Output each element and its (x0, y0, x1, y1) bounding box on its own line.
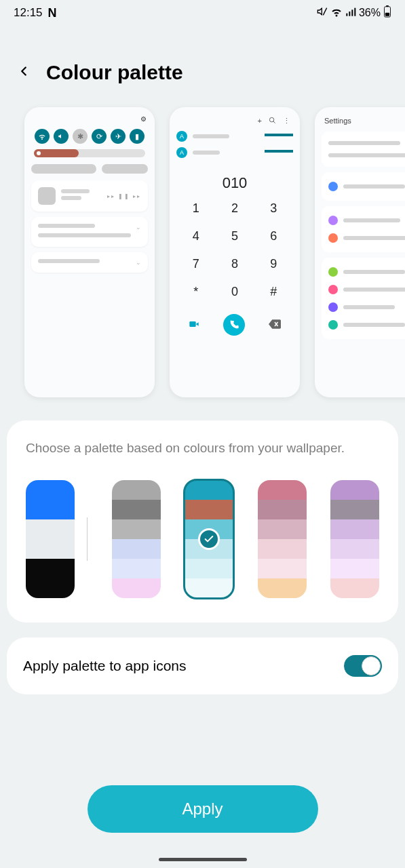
contact-row: A (176, 131, 293, 142)
icon-palette-toggle[interactable] (344, 655, 382, 677)
airplane-toggle-icon: ✈ (111, 129, 126, 144)
notification-card: ⌄ (31, 217, 148, 247)
wifi-toggle-icon (35, 129, 50, 144)
settings-item-icon (328, 182, 338, 191)
more-icon: ⋮ (283, 117, 290, 125)
palette-option[interactable] (185, 480, 233, 598)
brightness-slider (34, 149, 145, 157)
apply-button-label: Apply (182, 800, 223, 818)
dial-key: 5 (215, 229, 254, 243)
dial-key: # (254, 285, 293, 299)
status-bar: 12:15 N 36% (0, 0, 405, 23)
svg-marker-11 (195, 322, 198, 326)
dial-key: 2 (215, 201, 254, 216)
preview-quick-settings[interactable]: ⚙ ✱ ⟳ ✈ ▮ ▸▸ ❚❚ ▸▸ ⌄ (24, 107, 155, 397)
flashlight-toggle-icon: ▮ (130, 129, 144, 144)
svg-rect-10 (189, 321, 195, 327)
preview-settings[interactable]: Settings (315, 107, 405, 397)
palette-option[interactable] (26, 480, 75, 598)
settings-item-icon (328, 302, 338, 312)
page-title: Colour palette (46, 61, 183, 84)
svg-rect-7 (385, 13, 389, 16)
dial-key: 7 (176, 257, 215, 271)
search-icon (269, 117, 276, 125)
icon-palette-toggle-row: Apply palette to app icons (7, 637, 398, 694)
wifi-icon (330, 5, 343, 20)
palette-section: Choose a palette based on colours from y… (7, 420, 398, 623)
settings-item-icon (328, 285, 338, 294)
svg-rect-2 (349, 12, 350, 16)
media-controls-icon: ▸▸ ❚❚ ▸▸ (107, 193, 141, 199)
palette-option[interactable] (258, 480, 307, 598)
palette-divider (87, 517, 88, 561)
gear-icon: ⚙ (140, 115, 147, 123)
page-header: Colour palette (0, 23, 405, 98)
dial-key: 3 (254, 201, 293, 216)
settings-item-icon (328, 233, 338, 243)
contact-avatar: A (176, 131, 187, 142)
notification-card: ⌄ (31, 252, 148, 273)
dial-key: 8 (215, 257, 254, 271)
settings-item-icon (328, 267, 338, 277)
chevron-down-icon: ⌄ (136, 259, 141, 266)
preview-row: ⚙ ✱ ⟳ ✈ ▮ ▸▸ ❚❚ ▸▸ ⌄ (0, 98, 405, 404)
svg-rect-4 (354, 8, 355, 16)
dial-key: 0 (215, 285, 254, 299)
svg-rect-3 (351, 9, 353, 16)
sound-toggle-icon (54, 129, 69, 144)
rotate-toggle-icon: ⟳ (92, 129, 107, 144)
notification-app-icon: N (48, 6, 57, 20)
video-call-icon (189, 319, 199, 331)
svg-rect-1 (346, 14, 347, 16)
settings-item-icon (328, 216, 338, 225)
mute-icon (317, 6, 328, 20)
dial-pad: 123456789*0# (176, 201, 293, 299)
plus-icon: + (258, 117, 262, 125)
battery-text: 36% (359, 7, 381, 19)
status-time: 12:15 (14, 6, 43, 20)
preview-dialer[interactable]: + ⋮ A A 010 123456789*0# (170, 107, 300, 397)
media-card: ▸▸ ❚❚ ▸▸ (31, 180, 148, 212)
back-button[interactable] (16, 62, 31, 83)
battery-icon (383, 5, 391, 20)
palette-option[interactable] (330, 480, 379, 598)
svg-line-9 (273, 121, 275, 123)
contact-row: A (176, 147, 293, 158)
dial-key: 9 (254, 257, 293, 271)
dial-key: * (176, 285, 215, 299)
palette-row (26, 480, 379, 598)
contact-avatar: A (176, 147, 187, 158)
check-icon (198, 528, 220, 550)
gesture-bar (159, 858, 247, 861)
dial-key: 6 (254, 229, 293, 243)
apply-button[interactable]: Apply (88, 785, 318, 833)
call-button-icon (223, 314, 245, 336)
backspace-icon (269, 319, 281, 330)
signal-icon (345, 6, 356, 20)
settings-item-icon (328, 320, 338, 330)
dial-display: 010 (176, 174, 293, 192)
chevron-down-icon: ⌄ (136, 224, 141, 231)
icon-palette-toggle-label: Apply palette to app icons (23, 658, 187, 674)
settings-title: Settings (324, 117, 405, 125)
bluetooth-toggle-icon: ✱ (73, 129, 88, 144)
svg-point-8 (269, 117, 273, 121)
svg-rect-6 (386, 5, 389, 7)
palette-option[interactable] (112, 480, 161, 598)
dial-key: 1 (176, 201, 215, 216)
palette-description: Choose a palette based on colours from y… (26, 439, 379, 457)
dial-key: 4 (176, 229, 215, 243)
svg-line-0 (323, 8, 326, 16)
